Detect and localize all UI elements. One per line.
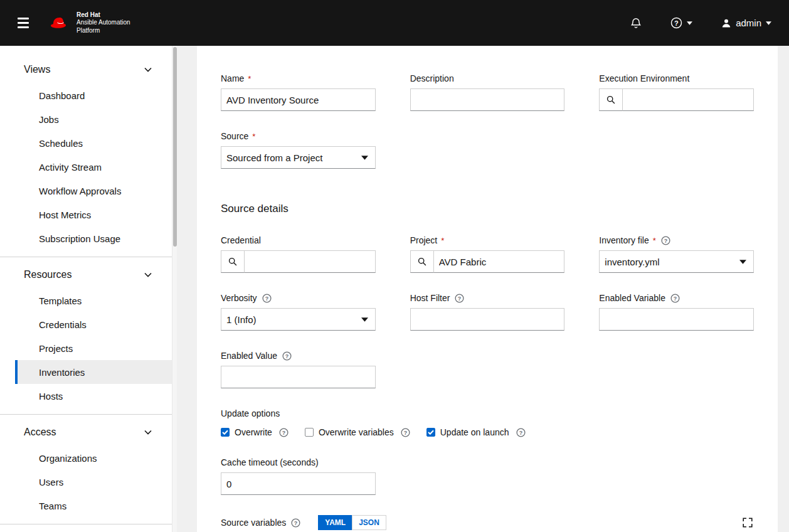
source-field-group: Source * Sourced from a Project [221,131,376,169]
sidebar-item-users[interactable]: Users [15,470,172,494]
overwrite-variables-checkbox-box[interactable] [305,428,314,437]
verbosity-select[interactable]: 1 (Info) [221,308,376,331]
svg-text:?: ? [265,295,268,301]
user-menu-button[interactable]: admin [721,18,771,28]
overwrite-variables-checkbox[interactable]: Overwrite variables ? [305,427,410,437]
sidebar-group-label: Resources [24,269,71,280]
help-menu-button[interactable]: ? [670,17,692,29]
caret-down-icon [687,21,692,25]
sidebar-item-projects[interactable]: Projects [15,336,172,360]
overwrite-checkbox-label: Overwrite [235,427,272,437]
execution-environment-input[interactable] [622,88,754,111]
sidebar-group-access: AccessOrganizationsUsersTeams [0,415,172,524]
verbosity-label: Verbosity [221,293,257,303]
verbosity-select-value: 1 (Info) [226,314,257,325]
sidebar-item-inventories[interactable]: Inventories [15,360,172,384]
enabled-variable-field-group: Enabled Variable ? [599,293,754,331]
sidebar-item-schedules[interactable]: Schedules [15,131,172,155]
source-select[interactable]: Sourced from a Project [221,146,376,169]
sidebar-group-toggle-access[interactable]: Access [0,418,172,446]
description-input[interactable] [410,88,565,111]
inventory-file-label: Inventory file [599,235,649,245]
update-options-checkboxes: Overwrite ? Overwrite variables [221,427,754,437]
chevron-down-icon [144,272,152,277]
sidebar-item-credentials[interactable]: Credentials [15,312,172,336]
json-toggle-button[interactable]: JSON [352,515,386,530]
host-filter-field-group: Host Filter ? [410,293,565,331]
caret-down-icon [361,317,368,322]
sidebar-item-jobs[interactable]: Jobs [15,107,172,131]
svg-text:?: ? [674,295,677,301]
source-label: Source [221,131,248,141]
verbosity-help-icon[interactable]: ? [262,294,272,303]
name-input[interactable] [221,88,376,111]
sidebar-item-host-metrics[interactable]: Host Metrics [15,203,172,226]
notifications-button[interactable] [630,18,642,29]
required-asterisk: * [653,236,656,245]
cache-timeout-label: Cache timeout (seconds) [221,457,319,467]
svg-text:?: ? [404,429,407,435]
yaml-toggle-button[interactable]: YAML [318,515,352,530]
update-on-launch-checkbox-box[interactable] [426,428,435,437]
execution-environment-search-button[interactable] [599,88,623,111]
brand-logo: Red Hat Ansible Automation Platform [49,11,130,35]
chevron-down-icon [144,67,152,72]
sidebar-nav: ViewsDashboardJobsSchedulesActivity Stre… [0,46,172,532]
overwrite-variables-help-icon[interactable]: ? [401,428,410,437]
check-icon [222,430,228,435]
update-options-group: Update options Overwrite ? [221,408,754,437]
required-asterisk: * [441,236,444,245]
nav-toggle-button[interactable] [14,14,33,32]
sidebar-item-templates[interactable]: Templates [15,289,172,312]
credential-input[interactable] [244,250,376,273]
caret-down-icon [739,260,746,264]
sidebar-scrollbar-thumb[interactable] [173,47,177,247]
update-on-launch-help-icon[interactable]: ? [516,428,526,437]
source-variables-label: Source variables [221,518,286,528]
expand-icon [743,518,753,528]
enabled-variable-help-icon[interactable]: ? [670,294,680,303]
expand-editor-button[interactable] [741,516,754,529]
inventory-file-field-group: Inventory file * ? inventory.yml [599,235,754,273]
sidebar-item-organizations[interactable]: Organizations [15,446,172,470]
inventory-file-help-icon[interactable]: ? [661,236,670,245]
bell-icon [630,18,642,29]
sidebar-group-toggle-views[interactable]: Views [0,56,172,83]
project-input[interactable] [433,250,565,273]
sidebar-item-dashboard[interactable]: Dashboard [15,83,172,107]
sidebar-scrollbar[interactable] [172,46,177,532]
overwrite-help-icon[interactable]: ? [279,428,289,437]
sidebar-item-workflow-approvals[interactable]: Workflow Approvals [15,179,172,203]
search-icon [418,257,426,266]
enabled-value-help-icon[interactable]: ? [282,351,292,361]
project-search-button[interactable] [410,250,434,273]
update-on-launch-checkbox[interactable]: Update on launch ? [426,427,526,437]
sidebar-group-toggle-resources[interactable]: Resources [0,261,172,289]
name-label: Name [221,73,244,83]
sidebar-item-hosts[interactable]: Hosts [15,384,172,408]
svg-text:?: ? [458,295,461,301]
description-label: Description [410,73,454,83]
enabled-variable-label: Enabled Variable [599,293,665,303]
sidebar-item-subscription-usage[interactable]: Subscription Usage [15,226,172,250]
source-details-section-title: Source details [221,189,754,215]
host-filter-input[interactable] [410,308,565,331]
sidebar-item-teams[interactable]: Teams [15,494,172,518]
host-filter-help-icon[interactable]: ? [455,294,464,303]
enabled-variable-input[interactable] [599,308,754,331]
overwrite-checkbox[interactable]: Overwrite ? [221,427,289,437]
svg-text:?: ? [519,429,522,435]
enabled-value-input[interactable] [221,366,376,388]
credential-search-button[interactable] [221,250,245,273]
execution-environment-field-group: Execution Environment [599,73,754,111]
required-asterisk: * [248,74,251,83]
inventory-file-select[interactable]: inventory.yml [599,250,754,273]
cache-timeout-input[interactable] [221,472,376,495]
sidebar-group-label: Views [24,64,50,75]
overwrite-checkbox-box[interactable] [221,428,230,437]
search-icon [606,95,615,104]
source-variables-help-icon[interactable]: ? [291,518,300,528]
sidebar-group-label: Access [24,427,56,438]
project-label: Project [410,235,438,245]
sidebar-item-activity-stream[interactable]: Activity Stream [15,155,172,179]
